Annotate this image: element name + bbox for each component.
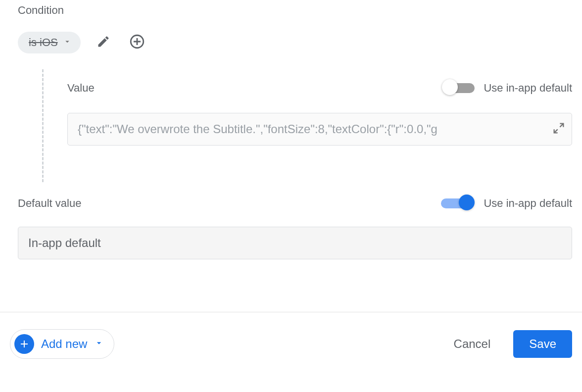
connector-line: [42, 69, 44, 182]
condition-chip[interactable]: is iOS: [18, 32, 81, 53]
default-value-input[interactable]: In-app default: [18, 227, 572, 259]
default-input-text: In-app default: [28, 236, 101, 250]
cancel-button[interactable]: Cancel: [441, 330, 504, 358]
default-use-default-toggle[interactable]: [441, 197, 476, 209]
value-use-default-toggle[interactable]: [441, 82, 476, 94]
chevron-down-icon: [94, 338, 104, 350]
add-new-button[interactable]: Add new: [10, 329, 114, 359]
plus-circle-icon: [129, 33, 146, 52]
add-new-label: Add new: [41, 337, 87, 351]
expand-button[interactable]: [552, 121, 566, 137]
default-toggle-label: Use in-app default: [484, 197, 572, 210]
default-value-label: Default value: [18, 197, 81, 210]
edit-button[interactable]: [93, 32, 114, 53]
condition-chip-text: is iOS: [29, 36, 58, 49]
value-label: Value: [67, 82, 95, 95]
condition-label: Condition: [18, 4, 64, 17]
plus-icon: [14, 334, 34, 354]
add-condition-button[interactable]: [126, 32, 148, 53]
value-toggle-label: Use in-app default: [484, 82, 572, 95]
value-input[interactable]: {"text":"We overwrote the Subtitle.","fo…: [67, 113, 572, 146]
value-input-text: {"text":"We overwrote the Subtitle.","fo…: [78, 122, 548, 136]
expand-icon: [552, 128, 566, 137]
footer-divider: [0, 312, 582, 312]
save-button[interactable]: Save: [513, 330, 572, 358]
chevron-down-icon: [63, 37, 72, 48]
pencil-icon: [97, 35, 110, 50]
